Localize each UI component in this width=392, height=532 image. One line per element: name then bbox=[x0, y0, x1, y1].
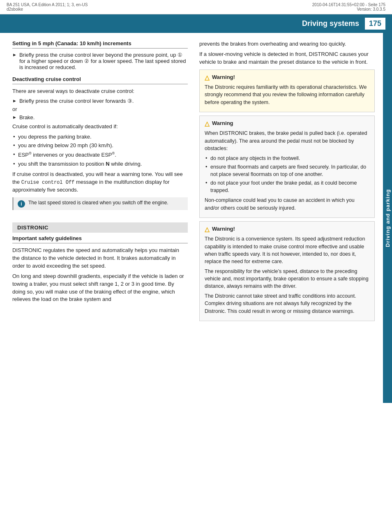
arrow-icon-2: ► bbox=[12, 98, 17, 103]
divider2 bbox=[12, 84, 188, 84]
section-heading-deactivating: Deactivating cruise control bbox=[12, 76, 188, 82]
distronic-label: DISTRONIC bbox=[12, 222, 188, 233]
warning3-para2: The responsibility for the vehicle’s spe… bbox=[205, 268, 369, 290]
warning-label-3: Warning! bbox=[212, 225, 235, 233]
warning-triangle-icon-2: △ bbox=[205, 119, 210, 128]
chapter-title: Driving systems bbox=[302, 19, 359, 28]
title-bar: Driving systems 175 bbox=[0, 14, 392, 33]
distronic-para2: On long and steep downhill gradients, es… bbox=[12, 273, 188, 303]
warning-label-2: Warning bbox=[212, 120, 233, 127]
sidebar-label: Driving and parking bbox=[385, 189, 391, 247]
condition-2: you are driving below 20 mph (30 km/h). bbox=[12, 142, 188, 150]
divider3 bbox=[12, 243, 188, 243]
bullet-speed-text: Briefly press the cruise control lever b… bbox=[19, 52, 188, 70]
section-deactivating: Deactivating cruise control There are se… bbox=[12, 76, 188, 210]
warning-label-1: Warning! bbox=[212, 74, 235, 81]
bullet-deactivate-1: ► Briefly press the cruise control lever… bbox=[12, 98, 188, 104]
right-column: prevents the brakes from overheating and… bbox=[199, 40, 375, 324]
right-sidebar: Driving and parking bbox=[383, 33, 392, 403]
warning2-conclusion: Non-compliance could lead you to cause a… bbox=[205, 197, 369, 211]
warning-box-3: △ Warning! The Distronic is a convenienc… bbox=[199, 221, 375, 321]
header-left: BA 251 USA, CA Edition A 2011; 1; 3, en-… bbox=[7, 2, 88, 12]
arrow-icon: ► bbox=[12, 52, 17, 57]
section-heading-safety: Important safety guidelines bbox=[12, 235, 188, 241]
warning-header-2: △ Warning bbox=[205, 119, 369, 128]
warning-header-3: △ Warning! bbox=[205, 225, 369, 234]
warning-triangle-icon-1: △ bbox=[205, 73, 210, 82]
divider bbox=[12, 48, 188, 49]
warning2-item-1: do not place any objects in the footwell… bbox=[205, 155, 369, 162]
document-header: BA 251 USA, CA Edition A 2011; 1; 3, en-… bbox=[0, 0, 392, 14]
warning-box-1: △ Warning! The Distronic requires famili… bbox=[199, 69, 375, 112]
left-column: Setting in 5 mph (Canada: 10 km/h) incre… bbox=[12, 40, 188, 324]
warning2-item-3: do not place your foot under the brake p… bbox=[205, 179, 369, 194]
arrow-icon-3: ► bbox=[12, 115, 17, 120]
deactivate-intro: There are several ways to deactivate cru… bbox=[12, 88, 188, 95]
bullet-deactivate-1-text: Briefly press the cruise control lever f… bbox=[19, 98, 134, 104]
warning-tone-text: If cruise control is deactivated, you wi… bbox=[12, 171, 188, 194]
info-box: i The last speed stored is cleared when … bbox=[12, 197, 188, 210]
warning-triangle-icon-3: △ bbox=[205, 225, 210, 234]
or-text: or bbox=[12, 106, 188, 113]
distronic-para1: DISTRONIC regulates the speed and automa… bbox=[12, 247, 188, 270]
page-number: 175 bbox=[365, 18, 385, 30]
deactivate-conditions-list: you depress the parking brake. you are d… bbox=[12, 133, 188, 169]
condition-4: you shift the transmission to position N… bbox=[12, 160, 188, 168]
distronic-section: DISTRONIC Important safety guidelines DI… bbox=[12, 217, 188, 303]
condition-1: you depress the parking brake. bbox=[12, 133, 188, 141]
content-area: Setting in 5 mph (Canada: 10 km/h) incre… bbox=[0, 33, 392, 403]
right-para-continue: prevents the brakes from overheating and… bbox=[199, 40, 375, 48]
auto-deactivate-intro: Cruise control is automatically deactiva… bbox=[12, 123, 188, 131]
info-icon: i bbox=[18, 200, 25, 208]
bullet-deactivate-2: ► Brake. bbox=[12, 114, 188, 120]
warning-box-2: △ Warning When DISTRONIC brakes, the bra… bbox=[199, 116, 375, 218]
info-box-text: The last speed stored is cleared when yo… bbox=[28, 200, 168, 206]
warning2-list: do not place any objects in the footwell… bbox=[205, 155, 369, 194]
section-setting-speed: Setting in 5 mph (Canada: 10 km/h) incre… bbox=[12, 40, 188, 70]
header-right: 2010-04-16T14:31:55+02:00 - Seite 175 Ve… bbox=[312, 2, 385, 12]
warning2-item-2: ensure that floormats and carpets are fi… bbox=[205, 163, 369, 178]
warning3-para3: The Distronic cannot take street and tra… bbox=[205, 292, 369, 315]
warning3-para1: The Distronic is a convenience system. I… bbox=[205, 235, 369, 265]
main-content: Setting in 5 mph (Canada: 10 km/h) incre… bbox=[0, 33, 383, 403]
warning-header-1: △ Warning! bbox=[205, 73, 369, 82]
bullet-speed: ► Briefly press the cruise control lever… bbox=[12, 52, 188, 70]
two-column-layout: Setting in 5 mph (Canada: 10 km/h) incre… bbox=[12, 40, 375, 324]
bullet-deactivate-2-text: Brake. bbox=[19, 114, 35, 120]
warning1-text: The Distronic requires familiarity with … bbox=[205, 83, 369, 106]
section-heading-speed: Setting in 5 mph (Canada: 10 km/h) incre… bbox=[12, 40, 188, 46]
right-para2: If a slower-moving vehicle is detected i… bbox=[199, 51, 375, 66]
condition-3: ESP® intervenes or you deactivate ESP®. bbox=[12, 151, 188, 159]
warning2-intro: When DISTRONIC brakes, the brake pedal i… bbox=[205, 130, 369, 152]
